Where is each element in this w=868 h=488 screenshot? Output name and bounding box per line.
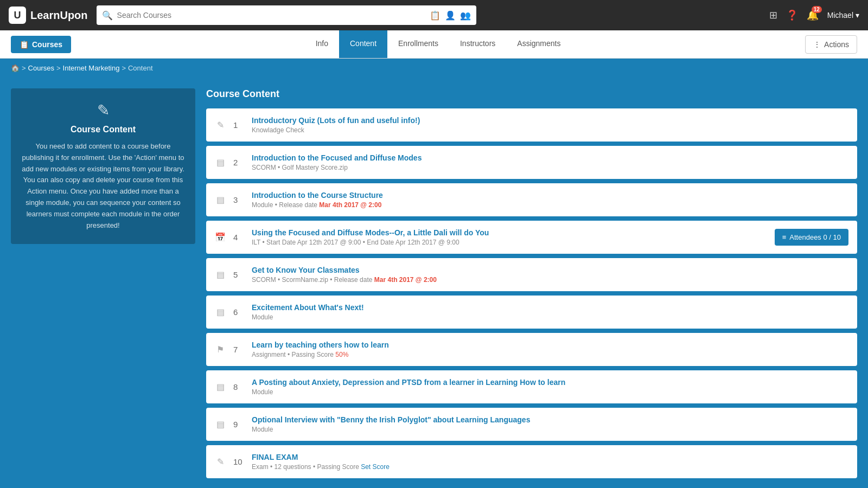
item-meta-4: ILT • Start Date Apr 12th 2017 @ 9:00 • … [252,239,767,246]
item-body-1: Introductory Quiz (Lots of fun and usefu… [252,116,848,134]
chevron-down-icon: ▾ [856,11,859,20]
logo-icon: U [9,7,26,24]
item-title-2[interactable]: Introduction to the Focused and Diffuse … [252,153,848,162]
item-body-6: Excitement About What's Next! Module [252,303,848,321]
breadcrumb-home[interactable]: 🏠 [11,64,20,72]
module-icon-6: ▤ [215,307,226,317]
course-item-10: ✎ 10 FINAL EXAM Exam • 12 questions • Pa… [206,445,857,478]
item-meta-2: SCORM • Golf Mastery Score.zip [252,164,848,171]
item-title-6[interactable]: Excitement About What's Next! [252,303,848,312]
item-title-1[interactable]: Introductory Quiz (Lots of fun and usefu… [252,116,848,125]
scorm-icon-2: ▤ [215,157,226,168]
courses-icon[interactable]: 📋 [430,10,441,21]
item-body-3: Introduction to the Course Structure Mod… [252,191,848,209]
item-number-2: 2 [233,158,244,167]
item-number-6: 6 [233,307,244,317]
item-title-10[interactable]: FINAL EXAM [252,453,848,461]
item-body-9: Optional Interview with "Benny the Irish… [252,415,848,433]
exam-icon-10: ✎ [215,457,226,467]
course-item-2: ▤ 2 Introduction to the Focused and Diff… [206,146,857,179]
user-menu[interactable]: Michael ▾ [827,11,859,20]
item-right-4: ≡ Attendees 0 / 10 [775,229,848,246]
set-score-link[interactable]: Set Score [361,463,390,471]
secondary-navigation: 📋 Courses Info Content Enrollments Instr… [0,30,868,59]
item-number-8: 8 [233,382,244,391]
item-meta-highlight-3: Mar 4th 2017 @ 2:00 [319,201,381,209]
search-bar[interactable]: 🔍 📋 👤 👥 [97,5,476,25]
actions-button[interactable]: ⋮ Actions [805,35,857,54]
item-meta-plain-3: Module • Release date [252,201,319,209]
item-body-2: Introduction to the Focused and Diffuse … [252,153,848,171]
item-title-8[interactable]: A Posting about Anxiety, Depression and … [252,378,848,387]
user-name: Michael [827,11,853,20]
notifications[interactable]: 🔔 12 [807,9,819,21]
item-number-9: 9 [233,420,244,429]
top-navigation: U LearnUpon 🔍 📋 👤 👥 ⊞ ❓ 🔔 12 Michael ▾ [0,0,868,30]
item-meta-7: Assignment • Passing Score 50% [252,351,848,358]
item-title-3[interactable]: Introduction to the Course Structure [252,191,848,200]
breadcrumb-sep1: > [22,64,26,72]
main-layout: ✎ Course Content You need to add content… [0,78,868,488]
search-icon: 🔍 [102,10,113,21]
help-icon[interactable]: ❓ [786,9,798,21]
org-chart-icon[interactable]: ⊞ [769,9,777,21]
breadcrumb: 🏠 > Courses > Internet Marketing > Conte… [0,59,868,78]
tab-instructors[interactable]: Instructors [449,30,506,58]
item-title-9[interactable]: Optional Interview with "Benny the Irish… [252,415,848,424]
course-item-7: ⚑ 7 Learn by teaching others how to lear… [206,333,857,366]
item-body-5: Get to Know Your Classmates SCORM • Scor… [252,266,848,284]
courses-label: Courses [32,40,62,49]
top-nav-right: ⊞ ❓ 🔔 12 Michael ▾ [769,9,859,21]
tab-assignments[interactable]: Assignments [506,30,571,58]
course-item-4: 📅 4 Using the Focused and Diffuse Modes-… [206,221,857,254]
tab-navigation: Info Content Enrollments Instructors Ass… [71,30,805,58]
tab-info[interactable]: Info [305,30,339,58]
tab-content[interactable]: Content [339,30,387,58]
section-title: Course Content [206,88,857,100]
courses-button[interactable]: 📋 Courses [11,36,71,53]
sidebar-card: ✎ Course Content You need to add content… [11,88,195,244]
logo[interactable]: U LearnUpon [9,7,88,24]
module-icon-8: ▤ [215,382,226,392]
module-icon-3: ▤ [215,195,226,205]
breadcrumb-courses[interactable]: Courses [28,64,54,72]
attendees-label: Attendees 0 / 10 [789,233,841,241]
course-item-3: ▤ 3 Introduction to the Course Structure… [206,183,857,216]
item-title-4[interactable]: Using the Focused and Diffuse Modes--Or,… [252,228,767,237]
course-item-5: ▤ 5 Get to Know Your Classmates SCORM • … [206,258,857,291]
group-icon[interactable]: 👥 [460,10,471,21]
sidebar-title: Course Content [22,125,184,134]
item-title-7[interactable]: Learn by teaching others how to learn [252,341,848,349]
item-body-8: A Posting about Anxiety, Depression and … [252,378,848,396]
item-title-5[interactable]: Get to Know Your Classmates [252,266,848,274]
breadcrumb-sep2: > [56,64,61,72]
item-meta-3: Module • Release date Mar 4th 2017 @ 2:0… [252,201,848,209]
breadcrumb-current: Content [128,64,153,72]
course-item-6: ▤ 6 Excitement About What's Next! Module [206,296,857,329]
attendees-icon: ≡ [782,233,787,241]
course-item-9: ▤ 9 Optional Interview with "Benny the I… [206,408,857,441]
item-body-7: Learn by teaching others how to learn As… [252,341,848,358]
item-number-7: 7 [233,345,244,354]
item-body-10: FINAL EXAM Exam • 12 questions • Passing… [252,453,848,471]
person-icon[interactable]: 👤 [445,10,456,21]
attendees-button[interactable]: ≡ Attendees 0 / 10 [775,229,848,246]
item-meta-highlight-5: Mar 4th 2017 @ 2:00 [374,276,437,284]
item-number-10: 10 [233,457,244,466]
item-meta-8: Module [252,388,848,396]
calendar-icon-4: 📅 [215,232,226,242]
search-input[interactable] [117,11,425,20]
item-meta-5: SCORM • ScormName.zip • Release date Mar… [252,276,848,284]
item-number-1: 1 [233,120,244,130]
item-meta-plain-5: SCORM • ScormName.zip • Release date [252,276,374,284]
item-meta-1: Knowladge Check [252,126,848,134]
actions-icon: ⋮ [813,40,821,49]
breadcrumb-marketing[interactable]: Internet Marketing [63,64,120,72]
item-number-4: 4 [233,233,244,242]
sidebar-text: You need to add content to a course befo… [22,141,184,231]
tab-enrollments[interactable]: Enrollments [387,30,449,58]
item-meta-plain-7: Assignment • Passing Score [252,351,335,358]
scorm-icon-5: ▤ [215,269,226,280]
edit-icon: ✎ [22,101,184,119]
quiz-icon: ✎ [215,120,226,130]
